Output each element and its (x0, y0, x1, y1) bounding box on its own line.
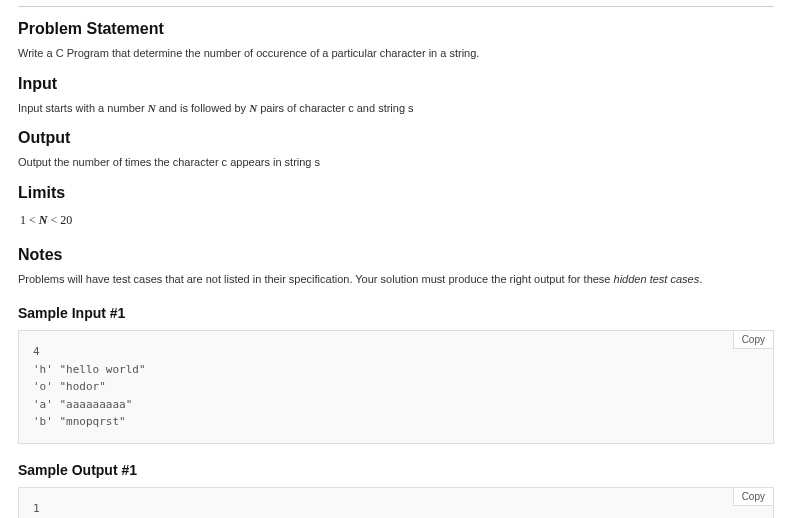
top-divider (18, 6, 774, 7)
text-input-mid: and is followed by (156, 102, 250, 114)
text-input-pre: Input starts with a number (18, 102, 148, 114)
math-n-2: N (249, 102, 257, 114)
math-n-1: N (148, 102, 156, 114)
sample-output-1-block: Copy 1 2 9 0 (18, 487, 774, 518)
sample-output-1-code: 1 2 9 0 (18, 487, 774, 518)
copy-button[interactable]: Copy (733, 330, 774, 349)
text-input-post: pairs of character c and string s (257, 102, 414, 114)
text-input: Input starts with a number N and is foll… (18, 100, 774, 117)
heading-limits: Limits (18, 181, 774, 205)
text-problem-statement: Write a C Program that determine the num… (18, 45, 774, 62)
heading-problem-statement: Problem Statement (18, 17, 774, 41)
notes-post: . (699, 273, 702, 285)
sample-input-1-block: Copy 4 'h' "hello world" 'o' "hodor" 'a'… (18, 330, 774, 444)
heading-sample-output-1: Sample Output #1 (18, 460, 774, 481)
limits-post: < 20 (47, 213, 72, 227)
notes-italic: hidden test cases (614, 273, 700, 285)
text-output: Output the number of times the character… (18, 154, 774, 171)
copy-button[interactable]: Copy (733, 487, 774, 506)
text-notes: Problems will have test cases that are n… (18, 271, 774, 288)
heading-sample-input-1: Sample Input #1 (18, 303, 774, 324)
limits-pre: 1 < (20, 213, 39, 227)
sample-input-1-code: 4 'h' "hello world" 'o' "hodor" 'a' "aaa… (18, 330, 774, 444)
notes-pre: Problems will have test cases that are n… (18, 273, 614, 285)
heading-output: Output (18, 126, 774, 150)
heading-input: Input (18, 72, 774, 96)
limits-expression: 1 < N < 20 (18, 209, 774, 233)
heading-notes: Notes (18, 243, 774, 267)
